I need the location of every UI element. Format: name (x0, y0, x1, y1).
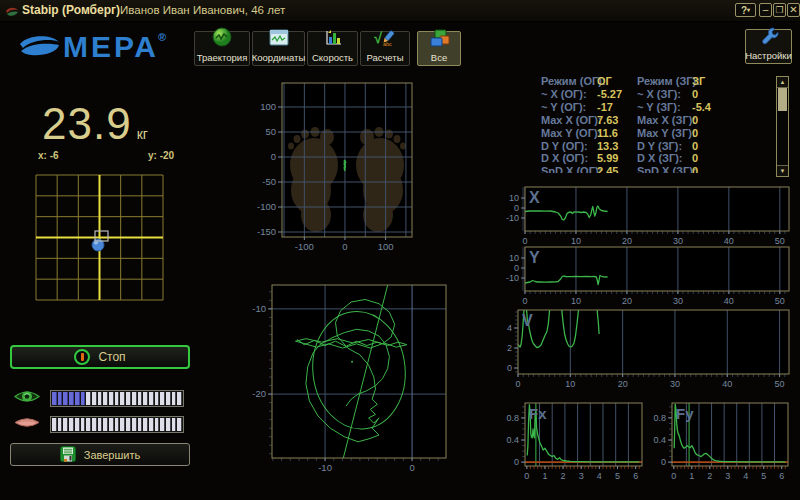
svg-text:0: 0 (522, 296, 527, 305)
stat-label: Max Y (ЗГ): (637, 127, 696, 140)
maximize-button[interactable]: ❐ (773, 3, 786, 17)
all-views-icon (429, 29, 450, 51)
svg-text:0: 0 (514, 457, 519, 467)
power-icon (74, 349, 90, 365)
svg-text:Y: Y (529, 249, 540, 266)
svg-text:0: 0 (524, 471, 529, 480)
stat-value: -5.4 (692, 101, 711, 114)
progress-segment (160, 418, 165, 431)
progress-segment (69, 392, 74, 405)
stop-button[interactable]: Стоп (10, 345, 190, 369)
stats-row: SpD X (ОГ):2.45SpD X (ЗГ):0 (500, 165, 772, 173)
svg-text:0: 0 (507, 363, 512, 373)
progress-segment (138, 418, 143, 431)
scroll-thumb[interactable] (778, 88, 787, 111)
progress-segment (75, 392, 80, 405)
calculations-icon: √abc (374, 29, 396, 51)
title-bar: Stabip (Ромберг) Иванов Иван Иванович, 4… (0, 0, 800, 22)
x-coordinate-plot: 01020304050100-10X (498, 183, 795, 249)
stats-scrollbar[interactable]: ▲ ▼ (776, 76, 789, 177)
svg-text:√: √ (374, 29, 383, 46)
stat-label: Max Y (ОГ): (541, 127, 601, 140)
eye-open-icon (14, 388, 40, 409)
eyes-open-progress-row (14, 388, 184, 409)
y-coordinate-plot: 01020304050100-10Y (498, 243, 795, 309)
close-button[interactable]: ✕ (787, 3, 800, 17)
help-button[interactable]: ?▾ (735, 3, 756, 17)
progress-segment (143, 392, 148, 405)
stat-value: ЗГ (692, 75, 705, 88)
progress-segment (109, 418, 114, 431)
stat-value: 7.63 (597, 114, 618, 127)
svg-text:6: 6 (633, 471, 638, 480)
patient-info: Иванов Иван Иванович, 46 лет (120, 4, 285, 16)
tab-all-views[interactable]: Все (417, 31, 461, 66)
svg-text:X: X (529, 189, 540, 206)
tab-calculations[interactable]: √abc Расчеты (360, 31, 410, 66)
settings-button[interactable]: Настройки (745, 29, 792, 64)
stat-value: 0 (692, 127, 698, 140)
progress-segment (115, 392, 120, 405)
progress-segment (63, 392, 68, 405)
cursor-x-readout: x: -6 (38, 150, 59, 161)
svg-text:-150: -150 (257, 226, 276, 237)
tab-trajectory[interactable]: Траектория (194, 31, 250, 66)
progress-segment (58, 418, 63, 431)
speed-icon (323, 29, 343, 51)
progress-segment (103, 392, 108, 405)
stat-label: SpD X (ОГ): (541, 165, 602, 173)
stat-label: Max X (ОГ): (541, 114, 602, 127)
foot-position-plot: -1000100100500-50-100-150 (250, 80, 416, 257)
svg-text:-10: -10 (318, 462, 332, 473)
svg-text:40: 40 (724, 296, 734, 305)
svg-text:20: 20 (618, 379, 628, 388)
save-floppy-icon (60, 446, 76, 464)
svg-text:4: 4 (597, 471, 602, 480)
svg-text:0: 0 (515, 379, 520, 388)
minimize-button[interactable]: – (759, 3, 772, 17)
stat-value: ОГ (597, 75, 612, 88)
svg-text:0.4: 0.4 (653, 435, 666, 445)
svg-text:-10: -10 (506, 273, 519, 283)
svg-text:Fy: Fy (676, 405, 694, 422)
scroll-down-arrow[interactable]: ▼ (777, 165, 788, 176)
svg-text:30: 30 (673, 296, 683, 305)
stat-label: ~ X (ЗГ): (637, 88, 681, 101)
tab-speed[interactable]: Скорость (307, 31, 358, 66)
stat-value: -17 (597, 101, 613, 114)
progress-segment (160, 392, 165, 405)
svg-text:1: 1 (689, 471, 694, 480)
progress-segment (86, 418, 91, 431)
progress-segment (103, 418, 108, 431)
progress-segment (92, 418, 97, 431)
stat-label: D Y (ЗГ): (637, 140, 682, 153)
progress-segment (177, 392, 182, 405)
svg-text:0: 0 (514, 203, 519, 213)
progress-segment (98, 418, 103, 431)
stat-value: 13.3 (597, 140, 618, 153)
fy-spectrum-plot: 01234560.80.40Fy (645, 399, 794, 484)
progress-segment (98, 392, 103, 405)
finish-button[interactable]: Завершить (10, 443, 190, 466)
trajectory-icon (212, 27, 232, 51)
application-window: Stabip (Ромберг) Иванов Иван Иванович, 4… (0, 0, 800, 500)
scroll-up-arrow[interactable]: ▲ (777, 77, 788, 88)
progress-segment (69, 418, 74, 431)
svg-text:-50: -50 (262, 176, 276, 187)
stats-row: Max X (ОГ):7.63Max X (ЗГ):0 (500, 114, 772, 127)
svg-text:0: 0 (342, 241, 347, 252)
stats-row: ~ Y (ОГ):-17~ Y (ЗГ):-5.4 (500, 101, 772, 114)
progress-segment (149, 392, 154, 405)
svg-text:3: 3 (579, 471, 584, 480)
svg-text:0: 0 (514, 263, 519, 273)
svg-text:5: 5 (761, 471, 766, 480)
svg-text:-10: -10 (506, 213, 519, 223)
stats-row: D Y (ОГ):13.3D Y (ЗГ):0 (500, 140, 772, 153)
tab-coordinates[interactable]: Координаты (252, 31, 305, 66)
progress-segment (166, 418, 171, 431)
stat-value: 0 (692, 140, 698, 153)
svg-text:V: V (522, 312, 533, 329)
stat-label: D X (ОГ): (541, 152, 588, 165)
stop-label: Стоп (98, 350, 125, 364)
progress-segment (115, 418, 120, 431)
